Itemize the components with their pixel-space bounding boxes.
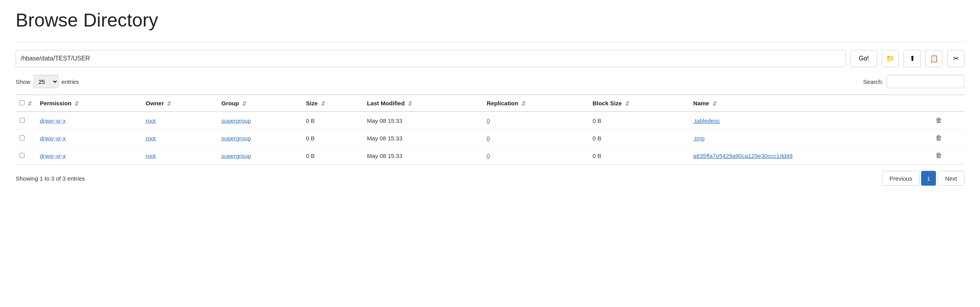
row-1-delete-icon[interactable]: 🗑 [936,134,942,142]
entries-select[interactable]: 10 25 50 100 [34,75,58,88]
row-0-permission[interactable]: drwxr-xr-x [36,112,142,130]
row-1-group[interactable]: supergroup [218,130,302,147]
search-input[interactable] [886,75,964,88]
sort-all-icon: ⇵ [28,101,32,106]
row-1-block-size: 0 B [588,130,689,147]
row-1-replication[interactable]: 0 [483,130,588,147]
sort-size-icon: ⇵ [321,101,325,106]
row-2-delete-icon[interactable]: 🗑 [936,152,942,159]
row-1-size: 0 B [302,130,363,147]
table-header-row: ⇵ Permission ⇵ Owner ⇵ Group ⇵ Size ⇵ La… [16,95,964,112]
sort-group-icon: ⇵ [242,101,246,106]
col-last-modified: Last Modified ⇵ [363,95,483,112]
scissors-icon-button[interactable]: ✂ [947,50,964,67]
row-1-owner[interactable]: root [142,130,218,147]
controls-row: Show 10 25 50 100 entries Search: [16,75,964,88]
folder-icon-button[interactable]: 📁 [882,50,899,67]
sort-owner-icon: ⇵ [167,101,171,106]
sort-last-modified-icon: ⇵ [408,101,412,106]
row-1-checkbox[interactable] [19,135,25,140]
entries-label: entries [62,78,79,85]
col-block-size: Block Size ⇵ [588,95,689,112]
copy-icon-button[interactable]: 📋 [925,50,943,67]
col-group: Group ⇵ [218,95,302,112]
col-permission: Permission ⇵ [36,95,142,112]
footer-row: Showing 1 to 3 of 3 entries Previous 1 N… [16,171,964,186]
showing-text: Showing 1 to 3 of 3 entries [16,175,85,182]
pagination: Previous 1 Next [882,171,964,186]
row-2-replication[interactable]: 0 [483,147,588,165]
col-name: Name ⇵ [689,95,932,112]
row-0-group[interactable]: supergroup [218,112,302,130]
search-label: Search: [863,78,883,85]
show-entries: Show 10 25 50 100 entries [16,75,79,88]
table-row: drwxr-xr-xrootsupergroup0 BMay 08 15:330… [16,130,964,147]
row-2-owner[interactable]: root [142,147,218,165]
row-0-delete-cell[interactable]: 🗑 [932,112,964,130]
path-input[interactable] [16,50,846,67]
row-1-delete-cell[interactable]: 🗑 [932,130,964,147]
row-2-name[interactable]: a635ffa7e5429a90ca129e30ccc1dd48 [689,147,932,165]
row-0-last-modified: May 08 15:33 [363,112,483,130]
row-2-group[interactable]: supergroup [218,147,302,165]
select-all-col: ⇵ [16,95,36,112]
sort-block-size-icon: ⇵ [625,101,629,106]
table-row: drwxr-xr-xrootsupergroup0 BMay 08 15:330… [16,147,964,165]
row-1-last-modified: May 08 15:33 [363,130,483,147]
row-0-delete-icon[interactable]: 🗑 [936,117,942,124]
row-2-checkbox-cell [16,147,36,165]
col-actions [932,95,964,112]
copy-icon: 📋 [930,54,938,63]
row-0-checkbox-cell [16,112,36,130]
row-2-size: 0 B [302,147,363,165]
page-title: Browse Directory [16,9,964,31]
row-1-permission[interactable]: drwxr-xr-x [36,130,142,147]
sort-name-icon: ⇵ [712,101,717,106]
show-label: Show [16,78,30,85]
row-2-delete-cell[interactable]: 🗑 [932,147,964,165]
table-row: drwxr-xr-xrootsupergroup0 BMay 08 15:330… [16,112,964,130]
row-1-checkbox-cell [16,130,36,147]
row-2-block-size: 0 B [588,147,689,165]
previous-button[interactable]: Previous [882,171,920,186]
scissors-icon: ✂ [953,54,959,63]
sort-replication-icon: ⇵ [521,101,526,106]
row-0-owner[interactable]: root [142,112,218,130]
path-bar: Go! 📁 ⬆ 📋 ✂ [16,42,964,67]
page-1-button[interactable]: 1 [921,171,936,186]
folder-icon: 📁 [886,54,895,63]
row-0-replication[interactable]: 0 [483,112,588,130]
row-0-checkbox[interactable] [19,118,25,123]
row-2-checkbox[interactable] [19,153,25,158]
row-0-name[interactable]: .tabledesc [689,112,932,130]
row-2-permission[interactable]: drwxr-xr-x [36,147,142,165]
upload-icon: ⬆ [909,54,915,63]
upload-icon-button[interactable]: ⬆ [904,50,921,67]
next-button[interactable]: Next [937,171,964,186]
col-owner: Owner ⇵ [142,95,218,112]
col-replication: Replication ⇵ [483,95,588,112]
directory-table: ⇵ Permission ⇵ Owner ⇵ Group ⇵ Size ⇵ La… [16,94,964,165]
select-all-checkbox[interactable] [19,100,25,105]
row-1-name[interactable]: .tmp [689,130,932,147]
row-2-last-modified: May 08 15:33 [363,147,483,165]
row-0-block-size: 0 B [588,112,689,130]
col-size: Size ⇵ [302,95,363,112]
row-0-size: 0 B [302,112,363,130]
search-box: Search: [863,75,964,88]
go-button[interactable]: Go! [851,50,877,67]
sort-permission-icon: ⇵ [74,101,79,106]
